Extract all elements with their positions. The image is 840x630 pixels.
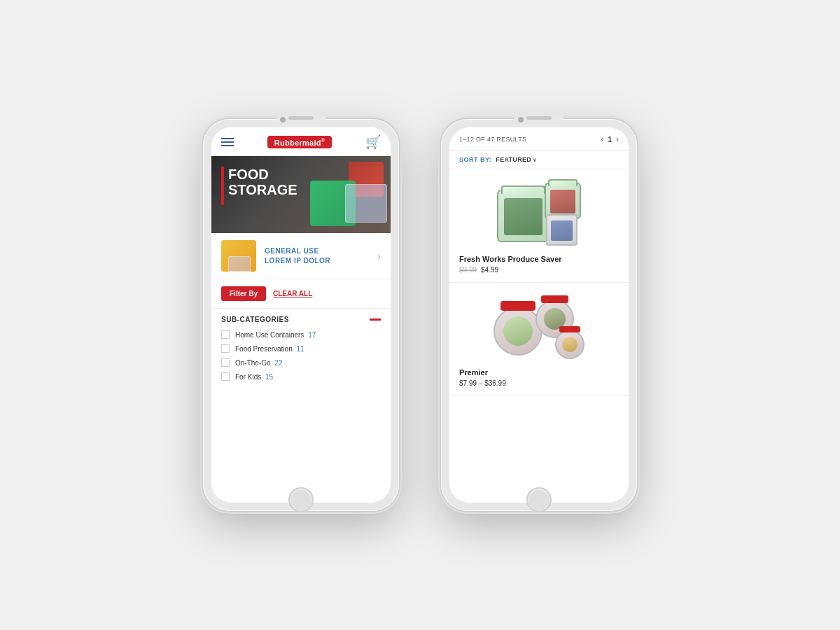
hero-title-line1: FOOD — [228, 167, 269, 182]
container-small-2-inner — [551, 220, 573, 241]
hero-food-image — [307, 156, 391, 233]
subcategory-label-2: On-The-Go 22 — [235, 359, 282, 367]
subcategory-item-2[interactable]: On-The-Go 22 — [221, 358, 381, 367]
product-name-1: Premier — [459, 368, 488, 377]
logo-text: Rubbermaid — [274, 138, 321, 146]
home-button-right[interactable] — [526, 487, 552, 512]
hero-title: FOOD STORAGE — [228, 167, 298, 197]
phones-container: Rubbermaid® 🛒 FOOD STORAGE — [203, 119, 637, 511]
subcategories-title: SUB-CATEGORIES — [221, 316, 289, 323]
filter-section: Filter By CLEAR ALL — [211, 279, 391, 309]
price-range-1: $7.99 – $36.99 — [459, 379, 506, 387]
category-text-1: GENERAL USE — [265, 247, 319, 255]
camera-right — [518, 117, 524, 122]
food-container-image — [345, 184, 387, 223]
subcategory-checkbox-3[interactable] — [221, 372, 230, 381]
container-small-1-inner — [550, 190, 575, 214]
phone-top-bar-left — [276, 115, 326, 125]
left-phone-inner: Rubbermaid® 🛒 FOOD STORAGE — [211, 127, 391, 503]
price-original-0: $9.99 — [459, 266, 477, 274]
pagination-area: ‹ 1 › — [601, 134, 619, 144]
product-name-0: Fresh Works Produce Saver — [459, 255, 562, 263]
sort-value[interactable]: FEATURED — [496, 156, 531, 163]
premier-container-image — [493, 296, 584, 359]
subcategory-item-3[interactable]: For Kids 15 — [221, 372, 381, 381]
subcategories-header: SUB-CATEGORIES — [221, 316, 381, 323]
results-header: 1–12 OF 47 RESULTS ‹ 1 › — [449, 127, 629, 150]
premier-big-inner — [503, 316, 533, 346]
sort-label: SORT BY: — [459, 156, 491, 163]
hero-accent-bar — [221, 167, 224, 205]
speaker-left — [288, 116, 314, 120]
subcategory-item-1[interactable]: Food Preservation 11 — [221, 344, 381, 353]
hamburger-menu-icon[interactable] — [221, 138, 234, 146]
clear-all-link[interactable]: CLEAR ALL — [273, 290, 312, 298]
premier-small-container — [555, 330, 584, 359]
product-image-premier — [459, 293, 619, 363]
container-large — [497, 190, 550, 242]
right-phone: 1–12 OF 47 RESULTS ‹ 1 › SORT BY: FEATUR… — [441, 119, 637, 511]
subcategory-checkbox-0[interactable] — [221, 330, 230, 339]
subcategories-section: SUB-CATEGORIES Home Use Containers 17 — [211, 309, 391, 503]
category-text-2: LOREM IP DOLOR — [265, 257, 330, 265]
premier-small-inner — [562, 337, 578, 352]
right-phone-inner: 1–12 OF 47 RESULTS ‹ 1 › SORT BY: FEATUR… — [449, 127, 629, 503]
container-small-2 — [546, 214, 578, 246]
category-link[interactable]: GENERAL USE LOREM IP DOLOR › — [211, 233, 391, 279]
logo-registered: ® — [321, 138, 325, 143]
subcategory-checkbox-1[interactable] — [221, 344, 230, 353]
freshworks-container-image — [497, 183, 581, 246]
subcategory-label-0: Home Use Containers 17 — [235, 331, 316, 339]
product-image-freshworks — [459, 179, 619, 249]
product-price-row-1: $7.99 – $36.99 — [459, 379, 506, 387]
product-price-row-0: $9.99 $4.99 — [459, 266, 498, 274]
speaker-right — [526, 116, 552, 120]
hero-title-line2: STORAGE — [228, 182, 298, 197]
subcategory-item-0[interactable]: Home Use Containers 17 — [221, 330, 381, 339]
filter-by-button[interactable]: Filter By — [221, 286, 266, 301]
container-large-inner — [504, 198, 542, 235]
price-sale-0: $4.99 — [481, 266, 498, 274]
product-item-0[interactable]: Fresh Works Produce Saver $9.99 $4.99 — [449, 169, 629, 283]
subcategory-label-3: For Kids 15 — [235, 373, 273, 381]
results-count: 1–12 OF 47 RESULTS — [459, 136, 526, 143]
subcategory-checkbox-2[interactable] — [221, 358, 230, 367]
category-image — [221, 240, 256, 272]
collapse-icon[interactable] — [370, 318, 381, 321]
subcategory-label-1: Food Preservation 11 — [235, 345, 304, 353]
sort-bar: SORT BY: FEATURED ∨ — [449, 150, 629, 169]
sort-chevron-icon[interactable]: ∨ — [533, 157, 537, 163]
right-screen: 1–12 OF 47 RESULTS ‹ 1 › SORT BY: FEATUR… — [449, 127, 629, 503]
products-list: Fresh Works Produce Saver $9.99 $4.99 — [449, 169, 629, 503]
home-button-left[interactable] — [288, 487, 314, 512]
left-screen: Rubbermaid® 🛒 FOOD STORAGE — [211, 127, 391, 503]
product-item-1[interactable]: Premier $7.99 – $36.99 — [449, 283, 629, 396]
category-link-text: GENERAL USE LOREM IP DOLOR — [265, 246, 373, 266]
left-phone: Rubbermaid® 🛒 FOOD STORAGE — [203, 119, 399, 511]
cart-icon[interactable]: 🛒 — [365, 134, 381, 150]
brand-logo: Rubbermaid® — [267, 136, 332, 149]
hero-banner: FOOD STORAGE — [211, 156, 391, 233]
left-header: Rubbermaid® 🛒 — [211, 127, 391, 156]
category-chevron-icon: › — [377, 251, 381, 262]
current-page: 1 — [608, 136, 612, 144]
premier-big-container — [493, 307, 542, 356]
camera-left — [280, 117, 286, 122]
phone-top-bar-right — [514, 115, 564, 125]
next-page-button[interactable]: › — [616, 134, 619, 144]
prev-page-button[interactable]: ‹ — [601, 134, 603, 144]
